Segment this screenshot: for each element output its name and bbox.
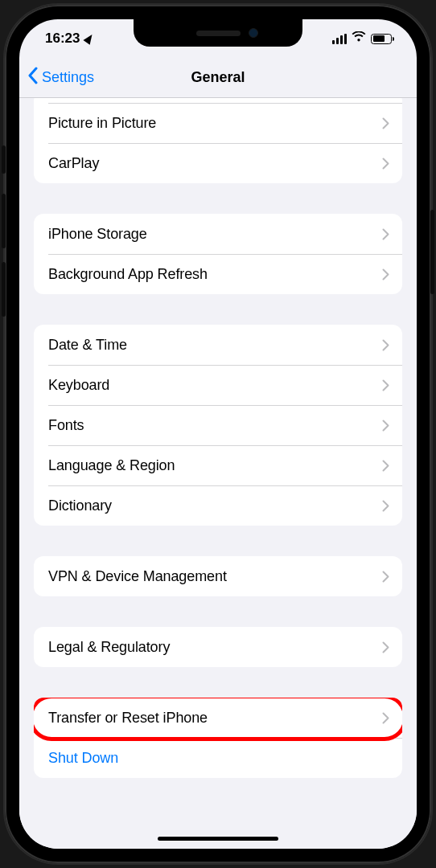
row-picture-in-picture[interactable]: Picture in Picture: [34, 103, 402, 143]
chevron-right-icon: [382, 712, 389, 724]
notch-camera: [249, 28, 258, 38]
row-carplay[interactable]: CarPlay: [34, 143, 402, 183]
back-label: Settings: [42, 69, 94, 86]
home-indicator[interactable]: [158, 837, 278, 841]
status-right: [332, 31, 394, 47]
row-vpn-device-mgmt[interactable]: VPN & Device Management: [34, 556, 402, 596]
row-label: Picture in Picture: [48, 115, 156, 132]
row-transfer-reset[interactable]: Transfer or Reset iPhone: [34, 698, 402, 738]
row-label: iPhone Storage: [48, 226, 147, 243]
row-label: Language & Region: [48, 457, 175, 474]
location-services-icon: [84, 32, 96, 45]
settings-group: iPhone StorageBackground App Refresh: [34, 214, 402, 294]
row-keyboard[interactable]: Keyboard: [34, 365, 402, 405]
settings-group: Date & TimeKeyboardFontsLanguage & Regio…: [34, 325, 402, 526]
chevron-right-icon: [382, 500, 389, 512]
chevron-right-icon: [382, 158, 389, 170]
wifi-icon: [352, 31, 366, 47]
row-label: Legal & Regulatory: [48, 639, 170, 656]
back-button[interactable]: Settings: [19, 67, 94, 88]
row-label: VPN & Device Management: [48, 568, 227, 585]
screen: 16:23 Setting: [19, 19, 417, 849]
phone-frame: 16:23 Setting: [5, 5, 431, 863]
row-date-time[interactable]: Date & Time: [34, 325, 402, 365]
notch-speaker: [196, 31, 241, 36]
row-label: Background App Refresh: [48, 266, 208, 283]
chevron-right-icon: [382, 379, 389, 391]
row-label: Dictionary: [48, 497, 112, 514]
chevron-right-icon: [382, 641, 389, 653]
nav-bar: Settings General: [19, 58, 417, 98]
chevron-right-icon: [382, 228, 389, 240]
row-iphone-storage[interactable]: iPhone Storage: [34, 214, 402, 254]
settings-group: Legal & Regulatory: [34, 627, 402, 667]
chevron-right-icon: [382, 460, 389, 472]
row-label: Date & Time: [48, 337, 127, 354]
row-language-region[interactable]: Language & Region: [34, 445, 402, 485]
row-label: CarPlay: [48, 155, 99, 172]
status-time: 16:23: [45, 31, 80, 47]
settings-group: Picture in PictureCarPlay: [34, 98, 402, 183]
row-shut-down[interactable]: Shut Down: [34, 738, 402, 778]
chevron-right-icon: [382, 571, 389, 583]
settings-content[interactable]: Picture in PictureCarPlayiPhone StorageB…: [19, 98, 417, 849]
row-label: Fonts: [48, 417, 84, 434]
settings-group: VPN & Device Management: [34, 556, 402, 596]
cellular-signal-icon: [332, 34, 347, 44]
chevron-right-icon: [382, 117, 389, 129]
row-label: Keyboard: [48, 377, 109, 394]
notch: [134, 19, 302, 47]
phone-side-button: [430, 210, 434, 294]
phone-volume-up: [2, 194, 6, 248]
chevron-right-icon: [382, 420, 389, 432]
row-label: Shut Down: [48, 750, 118, 767]
status-left: 16:23: [45, 31, 93, 47]
battery-icon: [371, 34, 394, 44]
row-background-app-refresh[interactable]: Background App Refresh: [34, 254, 402, 294]
chevron-right-icon: [382, 268, 389, 280]
settings-group: Transfer or Reset iPhoneShut Down: [34, 698, 402, 778]
row-label: Transfer or Reset iPhone: [48, 710, 208, 727]
chevron-left-icon: [27, 67, 39, 88]
phone-silence-switch: [2, 145, 6, 174]
row-fonts[interactable]: Fonts: [34, 405, 402, 445]
chevron-right-icon: [382, 339, 389, 351]
phone-volume-down: [2, 262, 6, 317]
row-legal-regulatory[interactable]: Legal & Regulatory: [34, 627, 402, 667]
row-dictionary[interactable]: Dictionary: [34, 485, 402, 526]
